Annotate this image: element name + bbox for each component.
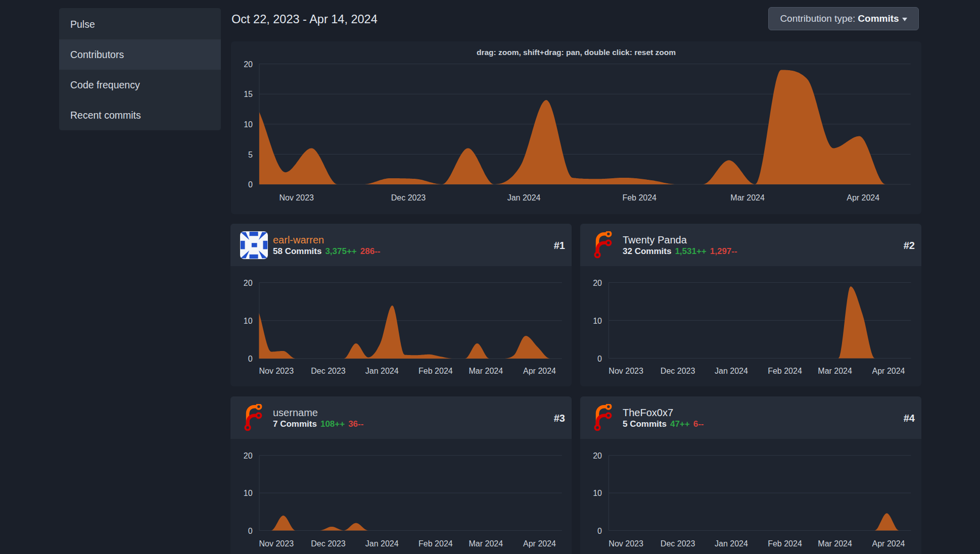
svg-text:Feb 2024: Feb 2024 xyxy=(418,367,453,375)
svg-text:Mar 2024: Mar 2024 xyxy=(818,539,852,548)
svg-text:Dec 2023: Dec 2023 xyxy=(661,539,695,548)
svg-text:Feb 2024: Feb 2024 xyxy=(768,539,802,548)
svg-text:0: 0 xyxy=(248,355,253,363)
svg-text:Jan 2024: Jan 2024 xyxy=(507,193,541,202)
svg-text:10: 10 xyxy=(244,317,253,325)
svg-text:Nov 2023: Nov 2023 xyxy=(609,367,643,375)
svg-text:20: 20 xyxy=(244,279,253,287)
svg-text:Nov 2023: Nov 2023 xyxy=(259,539,294,548)
svg-text:Dec 2023: Dec 2023 xyxy=(391,193,426,202)
svg-text:Apr 2024: Apr 2024 xyxy=(847,193,879,202)
svg-text:Apr 2024: Apr 2024 xyxy=(872,539,905,548)
svg-text:Apr 2024: Apr 2024 xyxy=(523,539,556,548)
svg-text:0: 0 xyxy=(597,527,602,535)
svg-text:10: 10 xyxy=(244,489,253,497)
svg-text:Mar 2024: Mar 2024 xyxy=(469,367,503,375)
svg-text:0: 0 xyxy=(597,355,602,363)
svg-text:Feb 2024: Feb 2024 xyxy=(622,193,657,202)
svg-text:Mar 2024: Mar 2024 xyxy=(469,539,503,548)
svg-text:Dec 2023: Dec 2023 xyxy=(311,539,346,548)
svg-text:Jan 2024: Jan 2024 xyxy=(365,539,399,548)
svg-text:Nov 2023: Nov 2023 xyxy=(609,539,643,548)
svg-text:15: 15 xyxy=(244,90,253,98)
svg-text:Mar 2024: Mar 2024 xyxy=(730,193,765,202)
svg-text:10: 10 xyxy=(244,120,253,129)
svg-text:Mar 2024: Mar 2024 xyxy=(818,367,852,375)
svg-text:0: 0 xyxy=(248,527,253,535)
svg-text:Apr 2024: Apr 2024 xyxy=(523,367,556,375)
svg-text:Nov 2023: Nov 2023 xyxy=(259,367,294,375)
svg-text:Jan 2024: Jan 2024 xyxy=(715,367,748,375)
svg-text:Feb 2024: Feb 2024 xyxy=(418,539,453,548)
svg-text:Dec 2023: Dec 2023 xyxy=(311,367,346,375)
svg-text:drag: zoom, shift+drag: pan, d: drag: zoom, shift+drag: pan, double clic… xyxy=(477,48,676,57)
svg-text:20: 20 xyxy=(244,60,253,69)
svg-text:Nov 2023: Nov 2023 xyxy=(279,193,314,202)
svg-text:Feb 2024: Feb 2024 xyxy=(768,367,802,375)
svg-text:5: 5 xyxy=(248,150,253,159)
svg-text:Apr 2024: Apr 2024 xyxy=(872,367,905,375)
svg-text:20: 20 xyxy=(593,451,602,460)
svg-text:20: 20 xyxy=(244,451,253,460)
svg-text:0: 0 xyxy=(248,180,253,189)
svg-text:Jan 2024: Jan 2024 xyxy=(715,539,748,548)
svg-text:20: 20 xyxy=(593,279,602,287)
svg-text:Jan 2024: Jan 2024 xyxy=(365,367,399,375)
svg-text:Dec 2023: Dec 2023 xyxy=(661,367,695,375)
svg-text:10: 10 xyxy=(593,317,602,325)
svg-text:10: 10 xyxy=(593,489,602,497)
